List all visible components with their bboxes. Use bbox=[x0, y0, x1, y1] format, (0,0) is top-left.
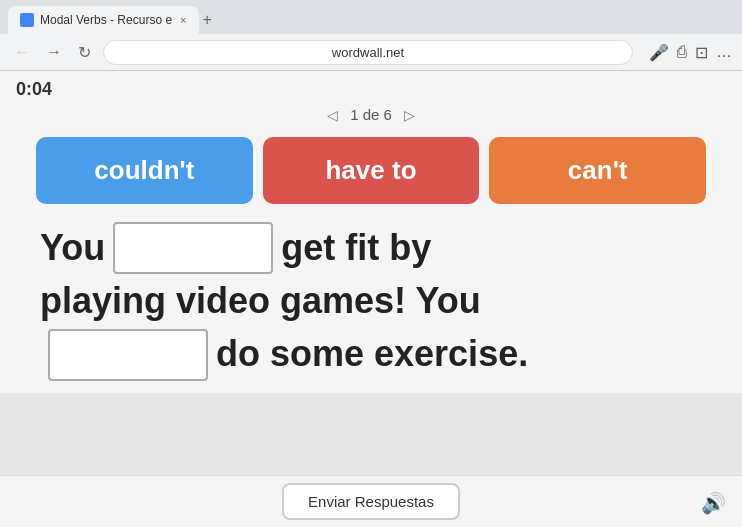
page-content: 0:04 ◁ 1 de 6 ▷ couldn't have to can't Y… bbox=[0, 71, 742, 393]
word-button-couldnt[interactable]: couldn't bbox=[36, 137, 253, 204]
active-tab[interactable]: Modal Verbs - Recurso e × bbox=[8, 6, 199, 34]
tab-favicon bbox=[20, 13, 34, 27]
blank-box-1[interactable] bbox=[113, 222, 273, 274]
prev-button[interactable]: ◁ bbox=[327, 107, 338, 123]
sentence-line3-after: do some exercise. bbox=[216, 331, 528, 378]
word-button-cant[interactable]: can't bbox=[489, 137, 706, 204]
tab-view-button[interactable]: ⊡ bbox=[695, 43, 708, 62]
url-bar[interactable]: wordwall.net bbox=[103, 40, 633, 65]
blank-box-2[interactable] bbox=[48, 329, 208, 381]
menu-button[interactable]: … bbox=[716, 43, 732, 61]
pagination-controls: ◁ 1 de 6 ▷ bbox=[16, 106, 726, 123]
next-button[interactable]: ▷ bbox=[404, 107, 415, 123]
mic-button[interactable]: 🎤 bbox=[649, 43, 669, 62]
browser-actions: 🎤 ⎙ ⊡ … bbox=[649, 43, 732, 62]
share-button[interactable]: ⎙ bbox=[677, 43, 687, 61]
forward-button[interactable]: → bbox=[42, 41, 66, 63]
new-tab-button[interactable]: + bbox=[203, 11, 212, 29]
sentence-area: You get fit by playing video games! You … bbox=[16, 222, 726, 381]
word-buttons-container: couldn't have to can't bbox=[16, 137, 726, 204]
sentence-line-3: do some exercise. bbox=[40, 329, 702, 381]
back-button[interactable]: ← bbox=[10, 41, 34, 63]
sentence-line-2: playing video games! You bbox=[40, 278, 702, 325]
timer-display: 0:04 bbox=[16, 79, 726, 100]
tab-title: Modal Verbs - Recurso e bbox=[40, 13, 172, 27]
sentence-line-1: You get fit by bbox=[40, 222, 702, 274]
sentence-line2: playing video games! You bbox=[40, 278, 481, 325]
sentence-line1-before: You bbox=[40, 225, 105, 272]
address-bar: ← → ↻ wordwall.net 🎤 ⎙ ⊡ … bbox=[0, 34, 742, 70]
word-button-haveto[interactable]: have to bbox=[263, 137, 480, 204]
bottom-bar: Enviar Respuestas 🔊 bbox=[0, 475, 742, 527]
tab-close-button[interactable]: × bbox=[180, 14, 186, 26]
sentence-line1-after: get fit by bbox=[281, 225, 431, 272]
page-indicator: 1 de 6 bbox=[350, 106, 392, 123]
volume-button[interactable]: 🔊 bbox=[701, 491, 726, 515]
browser-chrome: Modal Verbs - Recurso e × + ← → ↻ wordwa… bbox=[0, 0, 742, 71]
tab-bar: Modal Verbs - Recurso e × + bbox=[0, 0, 742, 34]
refresh-button[interactable]: ↻ bbox=[74, 41, 95, 64]
submit-button[interactable]: Enviar Respuestas bbox=[282, 483, 460, 520]
